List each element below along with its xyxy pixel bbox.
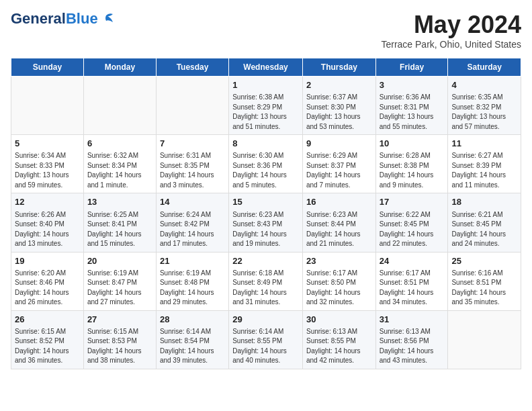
day-number: 11	[451, 138, 517, 150]
calendar-cell: 19Sunrise: 6:20 AMSunset: 8:46 PMDayligh…	[11, 252, 84, 310]
calendar-header: SundayMondayTuesdayWednesdayThursdayFrid…	[11, 58, 521, 77]
calendar-cell: 31Sunrise: 6:13 AMSunset: 8:56 PMDayligh…	[375, 310, 448, 369]
calendar-cell: 22Sunrise: 6:18 AMSunset: 8:49 PMDayligh…	[229, 252, 303, 310]
day-number: 28	[160, 314, 225, 326]
weekday-header: Friday	[375, 58, 448, 77]
calendar-cell: 6Sunrise: 6:32 AMSunset: 8:34 PMDaylight…	[83, 135, 156, 193]
cell-info: Sunrise: 6:18 AMSunset: 8:49 PMDaylight:…	[232, 269, 299, 308]
cell-info: Sunrise: 6:24 AMSunset: 8:42 PMDaylight:…	[160, 210, 225, 249]
cell-info: Sunrise: 6:38 AMSunset: 8:29 PMDaylight:…	[232, 93, 299, 132]
cell-info: Sunrise: 6:26 AMSunset: 8:40 PMDaylight:…	[15, 210, 80, 249]
calendar-cell: 14Sunrise: 6:24 AMSunset: 8:42 PMDayligh…	[156, 193, 228, 252]
day-number: 30	[306, 314, 372, 326]
day-number: 8	[232, 138, 299, 150]
calendar-cell: 10Sunrise: 6:28 AMSunset: 8:38 PMDayligh…	[375, 135, 448, 193]
day-number: 15	[232, 196, 299, 208]
day-number: 25	[451, 255, 517, 267]
day-number: 24	[380, 255, 445, 267]
cell-info: Sunrise: 6:15 AMSunset: 8:52 PMDaylight:…	[15, 327, 80, 366]
cell-info: Sunrise: 6:27 AMSunset: 8:39 PMDaylight:…	[451, 151, 517, 190]
title-block: May 2024 Terrace Park, Ohio, United Stat…	[381, 11, 521, 50]
calendar-cell: 4Sunrise: 6:35 AMSunset: 8:32 PMDaylight…	[448, 77, 521, 135]
cell-info: Sunrise: 6:34 AMSunset: 8:33 PMDaylight:…	[15, 151, 80, 190]
calendar-cell: 12Sunrise: 6:26 AMSunset: 8:40 PMDayligh…	[11, 193, 84, 252]
logo-text: GeneralBlue	[11, 11, 98, 27]
day-number: 5	[15, 138, 80, 150]
day-number: 19	[15, 255, 80, 267]
calendar-cell: 21Sunrise: 6:19 AMSunset: 8:48 PMDayligh…	[156, 252, 228, 310]
day-number: 14	[160, 196, 225, 208]
cell-info: Sunrise: 6:30 AMSunset: 8:36 PMDaylight:…	[232, 151, 299, 190]
cell-info: Sunrise: 6:15 AMSunset: 8:53 PMDaylight:…	[87, 327, 152, 366]
day-number: 6	[87, 138, 152, 150]
calendar-cell: 2Sunrise: 6:37 AMSunset: 8:30 PMDaylight…	[302, 77, 375, 135]
logo: GeneralBlue	[11, 11, 114, 27]
calendar-cell: 27Sunrise: 6:15 AMSunset: 8:53 PMDayligh…	[83, 310, 156, 369]
cell-info: Sunrise: 6:17 AMSunset: 8:51 PMDaylight:…	[380, 269, 445, 308]
calendar-cell: 3Sunrise: 6:36 AMSunset: 8:31 PMDaylight…	[375, 77, 448, 135]
day-number: 12	[15, 196, 80, 208]
day-number: 26	[15, 314, 80, 326]
day-number: 16	[306, 196, 372, 208]
day-number: 27	[87, 314, 152, 326]
calendar-cell: 9Sunrise: 6:29 AMSunset: 8:37 PMDaylight…	[302, 135, 375, 193]
day-number: 4	[451, 79, 517, 91]
calendar-cell: 26Sunrise: 6:15 AMSunset: 8:52 PMDayligh…	[11, 310, 84, 369]
location-subtitle: Terrace Park, Ohio, United States	[381, 39, 521, 50]
cell-info: Sunrise: 6:23 AMSunset: 8:43 PMDaylight:…	[232, 210, 299, 249]
weekday-header: Sunday	[11, 58, 84, 77]
calendar-cell: 15Sunrise: 6:23 AMSunset: 8:43 PMDayligh…	[229, 193, 303, 252]
cell-info: Sunrise: 6:14 AMSunset: 8:54 PMDaylight:…	[160, 327, 225, 366]
cell-info: Sunrise: 6:13 AMSunset: 8:56 PMDaylight:…	[380, 327, 445, 366]
weekday-header: Monday	[83, 58, 156, 77]
month-title: May 2024	[381, 11, 521, 39]
cell-info: Sunrise: 6:22 AMSunset: 8:45 PMDaylight:…	[380, 210, 445, 249]
day-number: 7	[160, 138, 225, 150]
calendar-cell	[156, 77, 228, 135]
cell-info: Sunrise: 6:23 AMSunset: 8:44 PMDaylight:…	[306, 210, 372, 249]
calendar-cell: 24Sunrise: 6:17 AMSunset: 8:51 PMDayligh…	[375, 252, 448, 310]
day-number: 22	[232, 255, 299, 267]
calendar-cell: 25Sunrise: 6:16 AMSunset: 8:51 PMDayligh…	[448, 252, 521, 310]
cell-info: Sunrise: 6:29 AMSunset: 8:37 PMDaylight:…	[306, 151, 372, 190]
day-number: 17	[380, 196, 445, 208]
calendar-cell: 7Sunrise: 6:31 AMSunset: 8:35 PMDaylight…	[156, 135, 228, 193]
calendar-cell: 8Sunrise: 6:30 AMSunset: 8:36 PMDaylight…	[229, 135, 303, 193]
calendar-cell	[448, 310, 521, 369]
cell-info: Sunrise: 6:14 AMSunset: 8:55 PMDaylight:…	[232, 327, 299, 366]
cell-info: Sunrise: 6:37 AMSunset: 8:30 PMDaylight:…	[306, 93, 372, 132]
calendar-cell: 30Sunrise: 6:13 AMSunset: 8:55 PMDayligh…	[302, 310, 375, 369]
cell-info: Sunrise: 6:31 AMSunset: 8:35 PMDaylight:…	[160, 151, 225, 190]
cell-info: Sunrise: 6:21 AMSunset: 8:45 PMDaylight:…	[451, 210, 517, 249]
day-number: 9	[306, 138, 372, 150]
day-number: 20	[87, 255, 152, 267]
calendar-cell: 13Sunrise: 6:25 AMSunset: 8:41 PMDayligh…	[83, 193, 156, 252]
day-number: 21	[160, 255, 225, 267]
weekday-header: Tuesday	[156, 58, 228, 77]
calendar-cell: 16Sunrise: 6:23 AMSunset: 8:44 PMDayligh…	[302, 193, 375, 252]
cell-info: Sunrise: 6:19 AMSunset: 8:47 PMDaylight:…	[87, 269, 152, 308]
calendar-cell: 17Sunrise: 6:22 AMSunset: 8:45 PMDayligh…	[375, 193, 448, 252]
page-header: GeneralBlue May 2024 Terrace Park, Ohio,…	[11, 11, 521, 50]
cell-info: Sunrise: 6:19 AMSunset: 8:48 PMDaylight:…	[160, 269, 225, 308]
calendar-cell: 1Sunrise: 6:38 AMSunset: 8:29 PMDaylight…	[229, 77, 303, 135]
day-number: 29	[232, 314, 299, 326]
cell-info: Sunrise: 6:36 AMSunset: 8:31 PMDaylight:…	[380, 93, 445, 132]
calendar-cell: 23Sunrise: 6:17 AMSunset: 8:50 PMDayligh…	[302, 252, 375, 310]
cell-info: Sunrise: 6:25 AMSunset: 8:41 PMDaylight:…	[87, 210, 152, 249]
calendar-cell: 11Sunrise: 6:27 AMSunset: 8:39 PMDayligh…	[448, 135, 521, 193]
day-number: 31	[380, 314, 445, 326]
cell-info: Sunrise: 6:32 AMSunset: 8:34 PMDaylight:…	[87, 151, 152, 190]
weekday-header: Thursday	[302, 58, 375, 77]
cell-info: Sunrise: 6:17 AMSunset: 8:50 PMDaylight:…	[306, 269, 372, 308]
cell-info: Sunrise: 6:28 AMSunset: 8:38 PMDaylight:…	[380, 151, 445, 190]
day-number: 18	[451, 196, 517, 208]
day-number: 1	[232, 79, 299, 91]
calendar-cell: 29Sunrise: 6:14 AMSunset: 8:55 PMDayligh…	[229, 310, 303, 369]
calendar-cell: 28Sunrise: 6:14 AMSunset: 8:54 PMDayligh…	[156, 310, 228, 369]
cell-info: Sunrise: 6:35 AMSunset: 8:32 PMDaylight:…	[451, 93, 517, 132]
day-number: 2	[306, 79, 372, 91]
calendar-cell: 20Sunrise: 6:19 AMSunset: 8:47 PMDayligh…	[83, 252, 156, 310]
logo-bird-icon	[99, 13, 114, 25]
day-number: 3	[380, 79, 445, 91]
